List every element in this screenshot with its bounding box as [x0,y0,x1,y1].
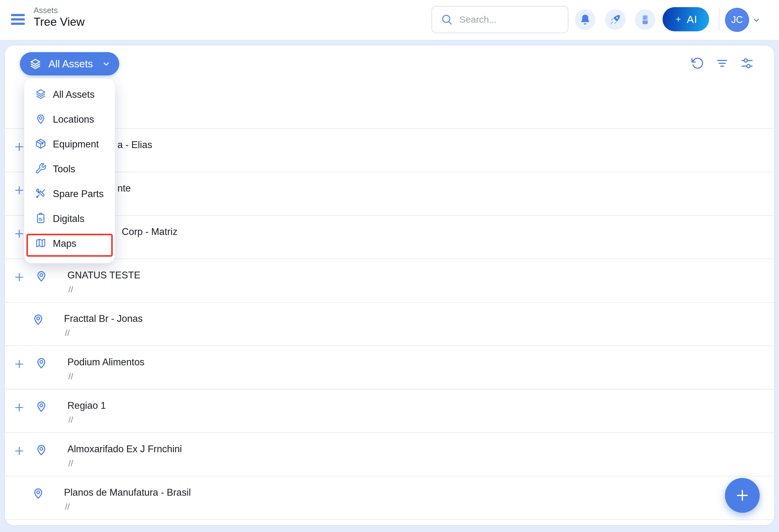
menu-item-label: Equipment [53,139,99,150]
refresh-icon [690,56,705,70]
add-child-button[interactable] [13,402,25,413]
plus-icon [734,487,751,504]
row-subtitle: // [65,328,70,338]
filter-button-label: All Assets [49,58,93,70]
header-divider [719,8,719,31]
location-pin-icon [32,487,45,501]
ai-assistant-button[interactable]: AI [663,7,709,31]
clipboard-icon [35,212,47,225]
tree-row[interactable]: a - Elias [5,128,774,172]
asset-type-filter-button[interactable]: All Assets [20,52,119,75]
map-icon [35,237,47,250]
page-title: Tree View [34,15,85,28]
filter-button[interactable] [715,56,729,70]
row-title: a - Elias [117,139,152,151]
menu-item-digitals[interactable]: Digitals [24,206,115,231]
add-child-button[interactable] [13,358,25,370]
search-input[interactable] [459,14,552,25]
changelog-button[interactable] [635,9,655,30]
row-subtitle: // [68,372,73,382]
row-title: Podium Alimentos [67,356,144,368]
tree-row[interactable]: GNATUS TESTE// [5,259,774,302]
menu-item-locations[interactable]: Locations [24,107,115,132]
wrench-icon [35,162,47,176]
menu-item-label: All Assets [53,89,95,100]
menu-item-label: Locations [53,114,94,125]
box-icon [35,138,47,151]
row-title: Regiao 1 [67,400,106,412]
search-box[interactable] [431,6,568,33]
tree-row[interactable]: nte [5,172,774,215]
add-child-button[interactable] [13,184,25,196]
menu-item-spare-parts[interactable]: Spare Parts [24,182,115,206]
launcher-button[interactable] [605,9,625,30]
row-title: Corp - Matriz [122,226,177,238]
sparkle-icon [674,15,682,23]
settings-sliders-button[interactable] [740,56,754,70]
card-actions-toolbar [690,56,754,70]
breadcrumb: Assets [34,6,58,15]
row-subtitle: // [68,285,73,294]
menu-item-label: Digitals [53,213,84,224]
location-pin-icon [32,313,45,327]
menu-item-maps[interactable]: Maps [24,231,115,256]
top-header: Assets Tree View [0,0,779,40]
assets-tree-view-page: Assets Tree View [0,0,779,532]
account-chevron-down-icon[interactable] [752,15,761,26]
notifications-button[interactable] [575,9,595,30]
layers-icon [35,88,47,101]
location-pin-icon [35,443,48,458]
rocket-icon [609,13,621,26]
sliders-icon [740,56,754,70]
refresh-button[interactable] [690,56,705,70]
add-child-button[interactable] [13,445,25,457]
filter-icon [715,56,729,70]
search-icon [441,13,453,26]
tree-row[interactable]: Planos de Manufatura - Brasil// [5,476,774,519]
add-child-button[interactable] [13,271,25,283]
menu-item-label: Spare Parts [53,188,104,200]
row-subtitle: // [65,502,70,512]
chevron-down-icon [102,59,111,69]
user-avatar[interactable]: JC [725,8,749,32]
menu-item-tools[interactable]: Tools [24,157,115,182]
row-title: Fracttal Br - Jonas [64,313,142,325]
layers-icon [29,58,42,70]
add-asset-fab[interactable] [725,478,760,513]
asset-type-dropdown: All AssetsLocationsEquipmentToolsSpare P… [24,78,115,263]
row-title: Almoxarifado Ex J Frnchini [67,443,182,455]
tree-row[interactable]: Fracttal Br - Jonas// [5,302,774,345]
location-pin-icon [35,400,48,414]
ai-button-label: AI [687,13,697,25]
location-pin-icon [35,356,48,371]
location-pin-icon [35,269,48,284]
assets-card: All Assets a - E [5,46,774,525]
bell-icon [579,13,591,26]
row-title: nte [117,183,131,194]
add-child-button[interactable] [13,228,25,240]
tree-row[interactable]: Regiao 1// [5,389,774,433]
hamburger-menu-icon[interactable] [11,14,25,26]
tree-row[interactable]: Almoxarifado Ex J Frnchini// [5,433,774,476]
location-pin-icon [35,113,47,126]
tree-row[interactable]: Podium Alimentos// [5,345,774,389]
row-subtitle: // [68,458,73,468]
row-title: GNATUS TESTE [67,269,140,281]
tree-row[interactable]: Corp - Matriz [5,215,774,259]
menu-item-equipment[interactable]: Equipment [24,132,115,157]
row-subtitle: // [68,415,73,425]
menu-item-label: Maps [53,238,76,249]
asset-type-menu: All AssetsLocationsEquipmentToolsSpare P… [24,82,115,256]
menu-item-all-assets[interactable]: All Assets [24,82,115,107]
changelog-icon [639,13,651,26]
asset-tree-list: a - EliasnteCorp - MatrizGNATUS TESTE//F… [5,128,774,520]
menu-item-label: Tools [53,163,75,175]
row-title: Planos de Manufatura - Brasil [64,487,191,498]
crossed-tools-icon [35,188,47,201]
add-child-button[interactable] [13,141,25,153]
